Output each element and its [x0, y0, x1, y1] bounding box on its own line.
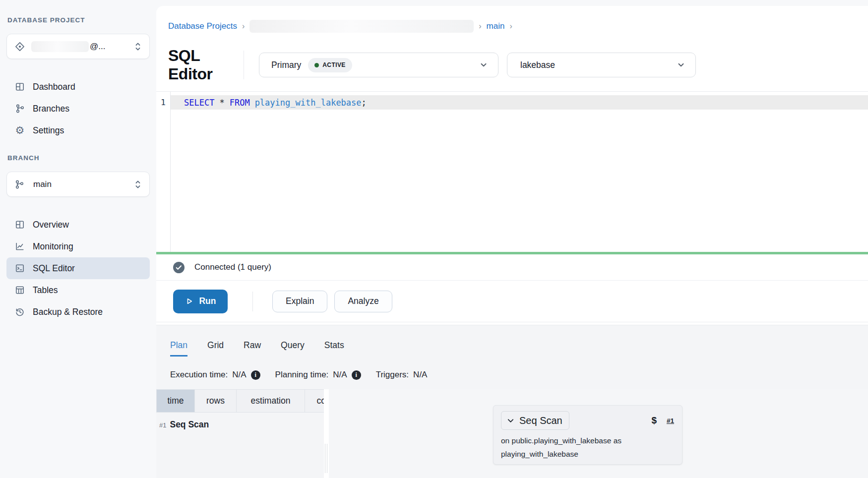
- page-header: SQL Editor Primary ACTIVE lakebase: [156, 53, 868, 77]
- sql-keyword: FROM: [230, 98, 250, 108]
- endpoint-name: Primary: [271, 60, 301, 70]
- overview-icon: [15, 220, 25, 230]
- gear-icon: ⚙: [15, 125, 25, 135]
- metric-value: N/A: [333, 370, 347, 380]
- sidebar-item-monitoring[interactable]: Monitoring: [6, 236, 150, 257]
- project-name-wrap: @...: [31, 41, 127, 52]
- sql-table-identifier: playing_with_lakebase: [255, 98, 362, 108]
- planning-time-metric: Planning time: N/A i: [275, 370, 361, 380]
- breadcrumb-redacted-project-link[interactable]: [249, 20, 474, 33]
- play-icon: [185, 297, 194, 306]
- sidebar-item-label: Settings: [33, 125, 64, 136]
- metric-label: Execution time:: [170, 370, 228, 380]
- project-selector[interactable]: @...: [6, 34, 150, 59]
- branch-selector[interactable]: main: [6, 172, 150, 197]
- tab-query[interactable]: Query: [281, 340, 305, 357]
- connection-status-row: Connected (1 query): [156, 254, 868, 281]
- sidebar-item-label: SQL Editor: [33, 263, 75, 274]
- tab-plan[interactable]: Plan: [170, 340, 187, 357]
- dashboard-icon: [15, 82, 25, 92]
- query-actions-toolbar: Run Explain Analyze: [156, 281, 868, 322]
- node-card-header: Seq Scan $ #1: [501, 411, 674, 430]
- column-header-cost[interactable]: cost: [305, 389, 324, 413]
- info-icon[interactable]: i: [352, 370, 361, 380]
- column-header-rows[interactable]: rows: [195, 389, 237, 413]
- check-circle-icon: [173, 262, 185, 273]
- breadcrumb-database-projects-link[interactable]: Database Projects: [168, 21, 237, 31]
- sidebar-item-settings[interactable]: ⚙ Settings: [6, 120, 150, 141]
- plan-node-row[interactable]: #1 Seq Scan: [156, 413, 324, 430]
- metric-label: Planning time:: [275, 370, 329, 380]
- sidebar: DATABASE PROJECT @...: [0, 0, 156, 478]
- run-button[interactable]: Run: [173, 290, 228, 313]
- branch-selector-value: main: [33, 179, 52, 189]
- plan-split-view: time rows estimation cost #1 Seq Scan: [156, 389, 868, 478]
- plan-node-name: Seq Scan: [170, 419, 209, 430]
- breadcrumb: Database Projects › › main ›: [156, 6, 868, 33]
- info-icon[interactable]: i: [251, 370, 260, 380]
- header-divider: [244, 51, 244, 79]
- unfold-chevrons-icon: [133, 41, 142, 52]
- cost-indicator: $: [651, 415, 657, 426]
- explain-button[interactable]: Explain: [272, 291, 327, 312]
- run-button-label: Run: [199, 296, 216, 306]
- plan-table-panel: time rows estimation cost #1 Seq Scan: [156, 389, 324, 478]
- node-collapse-toggle[interactable]: Seq Scan: [501, 411, 569, 430]
- gutter-separator: [170, 92, 171, 252]
- chevron-down-icon: [479, 60, 488, 69]
- node-title: Seq Scan: [519, 415, 562, 426]
- branch-icon: [14, 179, 24, 189]
- database-dropdown[interactable]: lakebase: [507, 53, 696, 77]
- sql-semicolon: ;: [362, 98, 367, 108]
- redacted-project-name: [31, 41, 89, 52]
- execution-time-metric: Execution time: N/A i: [170, 370, 260, 380]
- sidebar-item-label: Backup & Restore: [33, 307, 103, 317]
- metric-value: N/A: [413, 370, 427, 380]
- sql-keyword: SELECT: [184, 98, 214, 108]
- tab-stats[interactable]: Stats: [324, 340, 344, 357]
- tab-grid[interactable]: Grid: [207, 340, 224, 357]
- branch-icon: [15, 104, 25, 114]
- unfold-chevrons-icon: [133, 179, 142, 190]
- active-status-dot: [314, 63, 319, 67]
- sidebar-item-label: Overview: [33, 220, 69, 230]
- plan-diagram-panel[interactable]: Seq Scan $ #1 on public.playing_with_lak…: [329, 389, 868, 478]
- project-nav: Dashboard Branches ⚙ Settings: [6, 76, 150, 141]
- sidebar-item-tables[interactable]: Tables: [6, 279, 150, 301]
- sql-editor-icon: [15, 263, 25, 273]
- resizer-grip: [325, 444, 327, 473]
- sidebar-item-backup-restore[interactable]: Backup & Restore: [6, 301, 150, 323]
- sidebar-item-overview[interactable]: Overview: [6, 214, 150, 236]
- line-number: 1: [156, 98, 170, 107]
- endpoint-dropdown[interactable]: Primary ACTIVE: [259, 53, 498, 77]
- database-project-section-label: DATABASE PROJECT: [7, 16, 150, 24]
- plan-metrics-row: Execution time: N/A i Planning time: N/A…: [156, 357, 868, 381]
- panel-resizer-handle[interactable]: [324, 389, 329, 478]
- chevron-down-icon: [506, 417, 515, 425]
- column-header-estimation[interactable]: estimation: [237, 389, 305, 413]
- breadcrumb-branch-link[interactable]: main: [487, 21, 505, 31]
- sidebar-item-sql-editor[interactable]: SQL Editor: [6, 257, 150, 279]
- plan-node-index: #1: [159, 421, 166, 429]
- endpoint-status-text: ACTIVE: [322, 61, 345, 68]
- node-ref-link[interactable]: #1: [667, 417, 674, 424]
- sql-code-editor[interactable]: 1 SELECT * FROM playing_with_lakebase ;: [156, 91, 868, 252]
- code-line-content[interactable]: SELECT * FROM playing_with_lakebase ;: [170, 95, 868, 110]
- breadcrumb-separator: ›: [242, 22, 245, 31]
- backup-restore-icon: [15, 307, 25, 317]
- page-title: SQL Editor: [168, 47, 244, 83]
- results-tabs: Plan Grid Raw Query Stats: [156, 325, 868, 357]
- branch-section-label: BRANCH: [7, 154, 150, 162]
- metric-label: Triggers:: [376, 370, 409, 380]
- chevron-down-icon: [677, 60, 685, 69]
- column-header-time[interactable]: time: [156, 389, 195, 413]
- tab-raw[interactable]: Raw: [244, 340, 261, 357]
- analyze-button[interactable]: Analyze: [334, 291, 392, 312]
- sidebar-item-branches[interactable]: Branches: [6, 98, 150, 120]
- plan-table-header: time rows estimation cost: [156, 389, 324, 413]
- code-line-1[interactable]: 1 SELECT * FROM playing_with_lakebase ;: [156, 95, 868, 110]
- node-detail-text: on public.playing_with_lakebase as playi…: [501, 434, 674, 461]
- sidebar-item-dashboard[interactable]: Dashboard: [6, 76, 150, 98]
- seq-scan-node-card[interactable]: Seq Scan $ #1 on public.playing_with_lak…: [493, 405, 682, 465]
- branch-nav: Overview Monitoring SQL Editor: [6, 214, 150, 323]
